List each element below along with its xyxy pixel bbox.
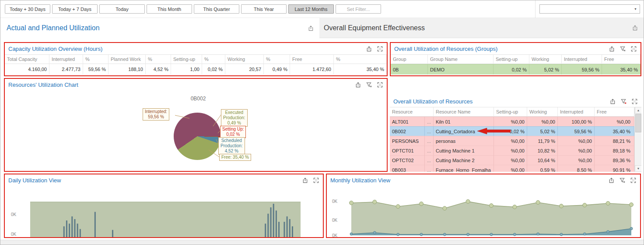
cell-working: 0,59 % [527, 165, 558, 172]
resource-row-optct01[interactable]: OPTCT01 ... Cutting Machine 1 %0,00 10,8… [390, 146, 634, 155]
button-this-month[interactable]: This Month [147, 4, 192, 14]
cell-planned-work: 188,10 [108, 64, 146, 75]
filter-icon[interactable] [620, 46, 626, 52]
ellipsis-button[interactable]: ... [425, 117, 434, 126]
export-icon[interactable] [302, 177, 308, 184]
cell-setting-up: 0,02 % [494, 64, 529, 75]
groups-table-header: Group Group Name Setting-up Working Inte… [391, 54, 640, 64]
button-this-year[interactable]: This Year [241, 4, 287, 14]
toolbar-divider [535, 0, 536, 18]
panel-monthly-utilization-view: Monthly Utilization View 0K 0K 0K [326, 174, 641, 238]
ellipsis-button[interactable]: ... [425, 146, 434, 155]
cell-resource-name: Cutting Machine 2 [434, 155, 494, 165]
filter-clear-icon[interactable] [620, 98, 627, 105]
button-today[interactable]: Today [99, 4, 145, 14]
scrollbar-thumb[interactable] [635, 114, 641, 132]
resource-row-optct02[interactable]: OPTCT02 ... Cutting Machine 2 %0,00 10,6… [390, 155, 634, 165]
column-header: Setting-up [494, 55, 529, 64]
ellipsis-button[interactable]: ... [425, 126, 434, 136]
pie-label-free: Free: 35,40 % [219, 154, 251, 161]
column-header: Working [529, 55, 562, 64]
export-icon[interactable] [366, 46, 372, 52]
column-header: Free [290, 55, 334, 64]
tab-actual-and-planned-utilization[interactable]: Actual and Planned Utilization [0, 18, 319, 38]
cell-free-pct: 35,40 % [334, 64, 387, 75]
monthly-chart-svg [327, 186, 640, 237]
cell-setting-up: %0,00 [494, 136, 527, 146]
cell-free: 89,36 % [595, 155, 634, 165]
vertical-scrollbar[interactable]: ▲ ▼ [634, 107, 641, 172]
resource-row-0b002-selected[interactable]: 0B002 ... Cutting_Cortadora 0,02 % 5,02 … [390, 126, 634, 136]
ellipsis-button[interactable]: ... [425, 155, 434, 165]
resource-row-0b003[interactable]: 0B003 ... Furnace_Horno_Fornalha %0,00 0… [390, 165, 634, 172]
cell-interrupted: 59,56 % [562, 64, 602, 75]
bottom-strip [0, 240, 644, 245]
panel-daily-utilization-view: Daily Utilization View 0K 0K [4, 174, 324, 238]
cell-interrupted: 100,00 % [558, 117, 595, 126]
scroll-down-button[interactable]: ▼ [635, 165, 641, 172]
cell-interrupted-pct: 59,56 % [83, 64, 108, 75]
fullscreen-icon[interactable] [313, 177, 319, 184]
capacity-table-header: Total Capacity Interrupted % Planned Wor… [5, 54, 387, 64]
utilization-pie[interactable] [174, 113, 221, 160]
ellipsis-button[interactable]: ... [425, 165, 434, 172]
export-icon[interactable] [355, 82, 361, 88]
cell-interrupted: 59,56 % [558, 126, 595, 136]
fullscreen-icon[interactable] [377, 82, 383, 88]
utilization-dashboard: Today + 30 Days Today + 7 Days Today Thi… [0, 0, 644, 245]
fullscreen-icon[interactable] [630, 177, 637, 184]
column-header: % [83, 55, 108, 64]
column-header: Working [527, 107, 558, 116]
export-icon[interactable] [609, 98, 616, 105]
panel-capacity-utilization-overview: Capacity Utilization Overview (Hours) To… [4, 42, 388, 76]
cell-free: 89,18 % [595, 146, 634, 155]
scroll-up-button[interactable]: ▲ [635, 107, 641, 114]
cell-resource-name: personas [434, 136, 494, 146]
column-header: Group [391, 55, 428, 64]
active-tab-label: Actual and Planned Utilization [7, 24, 100, 32]
column-header: Group Name [428, 55, 494, 64]
export-icon[interactable] [608, 177, 615, 184]
cell-group-name: DEMO [428, 64, 494, 75]
export-icon[interactable] [308, 25, 314, 32]
cell-resource: 0B002 [390, 126, 425, 136]
panel-title: Daily Utilization View [8, 177, 61, 184]
fullscreen-icon[interactable] [377, 46, 383, 52]
resource-row-personas[interactable]: PERSONAS ... personas %0,00 11,79 % %0,0… [390, 136, 634, 146]
cell-working-pct: 0,49 % [264, 64, 290, 75]
fullscreen-icon[interactable] [631, 98, 638, 105]
filter-icon[interactable] [366, 82, 372, 88]
pie-label-executed-production: Executed Production: 0,49 % [221, 109, 248, 127]
column-header: Interrupted [562, 55, 602, 64]
cell-setting-up: 1,00 [171, 64, 202, 75]
fullscreen-icon[interactable] [630, 46, 637, 52]
cell-free: 88,21 % [595, 136, 634, 146]
chevron-down-icon: ▼ [634, 7, 640, 11]
column-header: Interrupted [558, 107, 595, 116]
pie-label-interrupted: Interrupted: 59,56 % [143, 108, 169, 121]
tab-overall-equipment-effectiveness[interactable]: Overall Equipment Effectiveness [319, 18, 644, 38]
cell-resource: OPTCT01 [390, 146, 425, 155]
export-icon[interactable] [609, 46, 615, 52]
cell-setting-up: %0,00 [494, 155, 527, 165]
button-this-quarter[interactable]: This Quarter [194, 4, 239, 14]
panel-overall-utilization-resources: Overall Utilization of Resources Resourc… [390, 78, 641, 172]
button-today-plus-30-days[interactable]: Today + 30 Days [5, 4, 50, 14]
date-range-toolbar: Today + 30 Days Today + 7 Days Today Thi… [0, 0, 644, 18]
button-today-plus-7-days[interactable]: Today + 7 Days [52, 4, 98, 14]
button-last-12-months[interactable]: Last 12 Months [288, 4, 334, 14]
column-header: Free [602, 55, 640, 64]
capacity-table-row[interactable]: 4.160,00 2.477,73 59,56 % 188,10 4,52 % … [5, 64, 387, 75]
filter-dropdown[interactable]: ▼ [539, 4, 640, 14]
groups-table-row[interactable]: 0B DEMO 0,02 % 5,02 % 59,56 % 35,40 % [391, 64, 640, 75]
filter-icon[interactable] [619, 177, 626, 184]
column-header: Setting-up [171, 55, 202, 64]
column-header: Resource Name [434, 107, 494, 116]
ellipsis-button[interactable]: ... [425, 136, 434, 146]
button-set-filter[interactable]: Set Filter... [336, 4, 381, 14]
column-header: Planned Work [108, 55, 146, 64]
export-icon[interactable] [632, 25, 638, 31]
cell-working: 11,79 % [527, 136, 558, 146]
pie-label-scheduled-production: Scheduled Production: 4,52 % [218, 137, 245, 155]
resource-row-alt001[interactable]: ALT001 ... Kiln 01 %0,00 %0,00 100,00 % … [390, 117, 634, 126]
